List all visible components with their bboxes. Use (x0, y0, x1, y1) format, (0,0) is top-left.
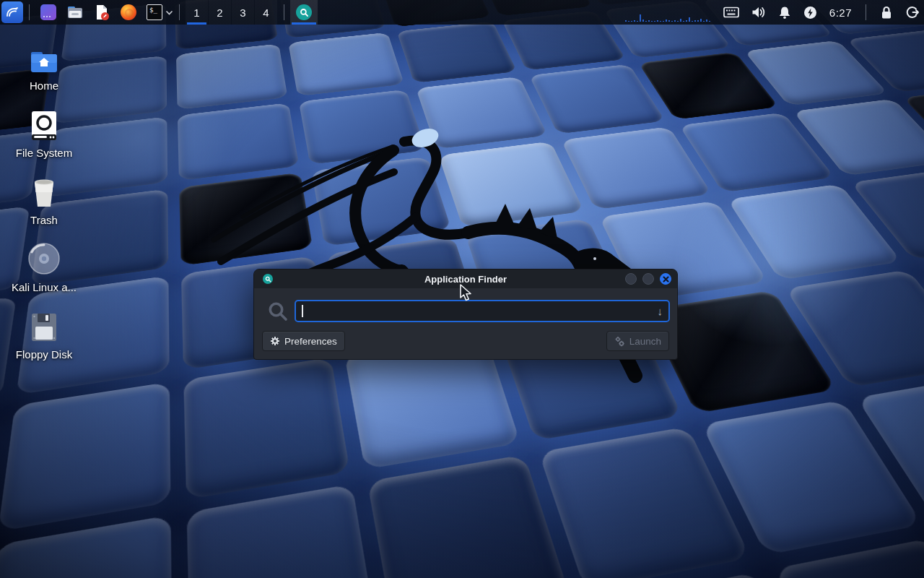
network-monitor-graph (625, 12, 713, 22)
chevron-down-icon[interactable] (165, 10, 173, 15)
desktop-icon-label: File System (16, 147, 72, 159)
window-app-launcher[interactable] (40, 4, 57, 21)
desktop-icon-label: Home (30, 79, 58, 92)
power-manager-icon[interactable] (803, 6, 817, 20)
folder-icon (66, 4, 84, 21)
application-finder-icon (296, 4, 312, 20)
taskbar-item-application-finder[interactable] (290, 0, 318, 25)
terminal-icon: $_ (149, 7, 157, 14)
close-button[interactable] (660, 273, 671, 285)
panel-clock[interactable]: 6:27 (829, 7, 852, 19)
desktop-icon-label: Floppy Disk (16, 348, 72, 361)
top-panel: $_ 1234 (0, 0, 924, 25)
optical-disc-icon (27, 242, 61, 275)
desktop-icon-file-system[interactable]: File System (13, 108, 75, 159)
gear-icon (270, 336, 280, 346)
titlebar[interactable]: Application Finder (254, 269, 677, 288)
panel-separator (284, 4, 284, 20)
desktop-icon-label: Trash (30, 214, 58, 226)
desktop-icon-column: Home File System (13, 40, 75, 376)
workspace-button-3[interactable]: 3 (232, 0, 254, 25)
panel-separator (29, 4, 30, 20)
dropdown-arrow-icon[interactable]: ↓ (658, 305, 663, 317)
floppy-disk-icon (30, 309, 58, 342)
desktop-icon-kali-cd[interactable]: Kali Linux a... (13, 242, 75, 293)
document-edit-icon (93, 4, 110, 21)
hard-drive-icon (30, 108, 58, 141)
desktop-icon-label: Kali Linux a... (12, 281, 77, 293)
launch-gears-icon (614, 336, 625, 347)
text-editor-launcher[interactable] (93, 4, 110, 21)
kali-menu-button[interactable] (1, 1, 23, 23)
terminal-launcher[interactable]: $_ (147, 4, 162, 20)
panel-separator (866, 4, 866, 20)
panel-separator (179, 4, 180, 20)
logout-icon[interactable] (905, 5, 920, 20)
lock-icon[interactable] (880, 6, 893, 20)
minimize-button[interactable] (625, 273, 637, 285)
firefox-launcher[interactable] (120, 4, 137, 21)
maximize-button[interactable] (642, 273, 654, 285)
desktop-icon-home[interactable]: Home (13, 40, 75, 92)
trash-icon (30, 175, 58, 208)
window-title: Application Finder (254, 274, 677, 285)
notification-bell-icon[interactable] (778, 6, 791, 20)
system-tray: 6:27 (723, 4, 920, 20)
desktop-icon-trash[interactable]: Trash (13, 175, 75, 226)
preferences-button[interactable]: Preferences (262, 331, 345, 351)
desktop: Home File System (0, 0, 924, 578)
text-caret (302, 305, 303, 317)
close-icon (663, 276, 669, 282)
kali-dragon-icon (4, 4, 20, 20)
launch-button[interactable]: Launch (606, 331, 669, 351)
window-app-icon (40, 4, 56, 20)
launcher-group (40, 4, 137, 21)
application-finder-window: Application Finder (253, 269, 678, 360)
workspace-button-1[interactable]: 1 (186, 0, 208, 25)
workspace-switcher: 1234 (186, 0, 278, 25)
volume-icon[interactable] (751, 6, 766, 19)
search-icon (261, 301, 295, 322)
workspace-button-4[interactable]: 4 (255, 0, 277, 25)
home-folder-icon (30, 40, 58, 74)
file-manager-launcher[interactable] (66, 4, 84, 21)
preferences-label: Preferences (284, 336, 337, 347)
desktop-icon-floppy[interactable]: Floppy Disk (13, 309, 75, 361)
search-input[interactable]: ↓ (295, 300, 670, 322)
keyboard-icon[interactable] (723, 7, 739, 18)
launch-label: Launch (629, 336, 661, 347)
firefox-icon (121, 4, 136, 20)
workspace-button-2[interactable]: 2 (209, 0, 231, 25)
